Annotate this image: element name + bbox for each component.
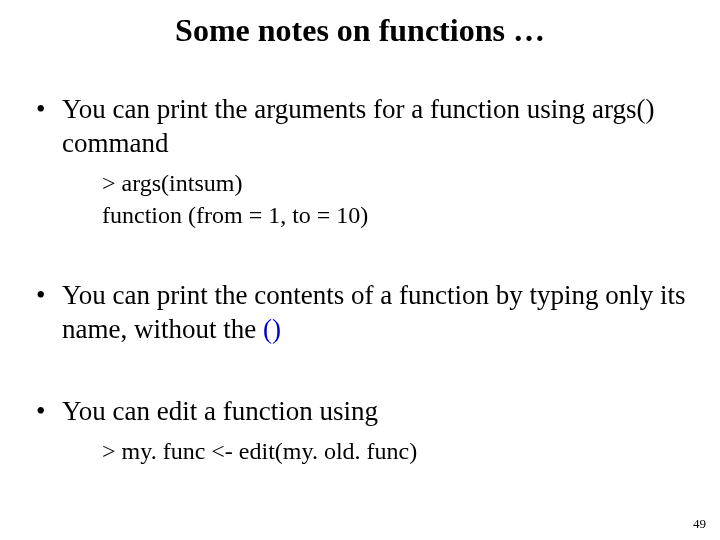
code-line: function (from = 1, to = 10) xyxy=(102,199,690,231)
code-block: > my. func <- edit(my. old. func) xyxy=(62,435,690,467)
code-line: > my. func <- edit(my. old. func) xyxy=(102,435,690,467)
slide: Some notes on functions … You can print … xyxy=(0,0,720,540)
bullet-text: You can edit a function using xyxy=(62,396,378,426)
slide-body: You can print the arguments for a functi… xyxy=(0,57,720,467)
bullet-item: You can edit a function using > my. func… xyxy=(30,395,690,467)
bullet-list: You can print the arguments for a functi… xyxy=(30,93,690,467)
bullet-item: You can print the contents of a function… xyxy=(30,279,690,347)
code-line: > args(intsum) xyxy=(102,167,690,199)
code-block: > args(intsum) function (from = 1, to = … xyxy=(62,167,690,232)
bullet-text: You can print the arguments for a functi… xyxy=(62,94,654,158)
page-number: 49 xyxy=(693,516,706,532)
bullet-item: You can print the arguments for a functi… xyxy=(30,93,690,231)
inline-code-paren: () xyxy=(263,314,281,344)
bullet-text: You can print the contents of a function… xyxy=(62,280,685,344)
slide-title: Some notes on functions … xyxy=(0,0,720,57)
